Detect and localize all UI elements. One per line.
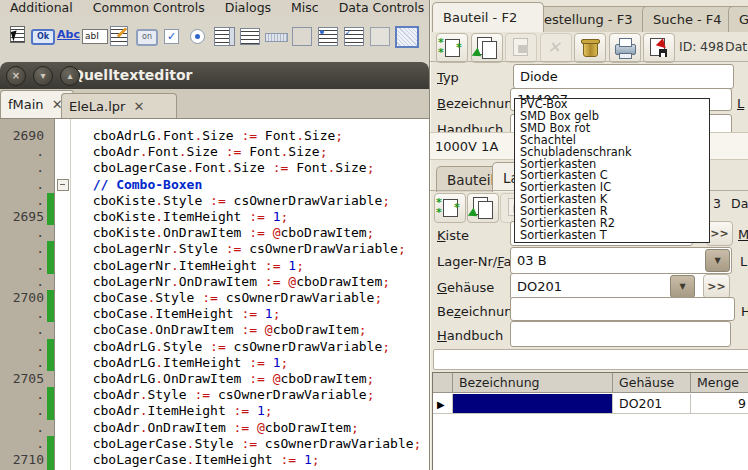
editor-tab-elela-lpr[interactable]: EleLa.lpr✕	[61, 93, 177, 118]
new-record-icon[interactable]: ***	[434, 193, 466, 223]
changed-line-marker	[47, 290, 54, 306]
gutter-line-number: .	[0, 160, 44, 176]
gehaeuse-label: Gehäuse	[437, 280, 494, 295]
checkbox-icon[interactable]: ✓	[160, 23, 183, 49]
kiste-dropdown-list[interactable]: PVC-BoxSMD Box gelbSMD Box rotSchachtelS…	[514, 98, 710, 243]
record-id-label: ID:	[679, 39, 697, 54]
changed-line-marker	[47, 436, 54, 452]
code-line: cboAdr.OnDrawItem := @cboDrawItem;	[77, 420, 359, 436]
typ-field[interactable]: Diode	[513, 64, 734, 89]
delete-record-icon[interactable]	[574, 33, 606, 63]
palette-tab-data-controls[interactable]: Data Controls	[329, 0, 430, 16]
app-tab-bauteil-f2[interactable]: Bauteil - F2	[432, 2, 544, 32]
inner-bezeichnung-field[interactable]	[510, 297, 735, 321]
code-line: cboLagerNr.ItemHeight := 1;	[77, 258, 304, 274]
listbox-icon[interactable]	[212, 23, 235, 49]
copy-record-icon	[472, 34, 502, 62]
kiste-label: Kiste	[437, 228, 469, 243]
code-line: cboLagerCase.Font.Size := Font.Size;	[77, 160, 374, 176]
code-line: cboLagerCase.ItemHeight := 1;	[77, 452, 320, 468]
dropdown-item[interactable]: Sortierkasten T	[515, 230, 709, 242]
frame-icon[interactable]	[394, 23, 417, 49]
notes-strip[interactable]	[433, 349, 748, 370]
grid-cell-gehaeuse[interactable]: DO201	[613, 394, 691, 414]
changed-line-marker	[47, 339, 54, 355]
app-tab-label: Suche - F4	[653, 12, 722, 27]
gehaeuse-dropdown-arrow-icon[interactable]	[670, 275, 695, 298]
palette-tab-dialogs[interactable]: Dialogs	[215, 0, 281, 16]
gehaeuse-value: DO201	[517, 279, 562, 294]
grid-header-Bezeichnung[interactable]: Bezeichnung	[453, 373, 613, 393]
print-icon	[610, 34, 640, 62]
palette-tab-common-controls[interactable]: Common Controls	[83, 0, 215, 16]
togglebox-icon[interactable]: on	[134, 23, 157, 49]
code-line: cboAdrLG.OnDrawItem := @cboDrawItem;	[77, 371, 374, 387]
source-editor[interactable]: 2690 cboAdrLG.Font.Size := Font.Size;. c…	[0, 118, 429, 470]
maximize-icon[interactable]: ▴	[60, 66, 80, 86]
app-tabbar: Bauteil - F2Bestellung - F3Suche - F4Geh…	[430, 0, 748, 31]
minimize-icon[interactable]: ▾	[33, 66, 53, 86]
export-icon[interactable]	[643, 33, 675, 63]
groupbox-icon[interactable]	[290, 23, 313, 49]
lagernr-dropdown-arrow-icon[interactable]	[705, 249, 730, 272]
code-line: cboCase.Style := csOwnerDrawVariable;	[77, 290, 382, 306]
code-fold-icon[interactable]	[57, 179, 69, 191]
gutter-line-number: 2705	[0, 371, 44, 387]
print-icon[interactable]	[609, 33, 641, 63]
editor-titlebar[interactable]: Quelltexteditor ×▾▴	[0, 62, 429, 90]
gutter-line-number: .	[0, 403, 44, 419]
app-tab-geh-[interactable]: Gehä	[728, 6, 748, 32]
changed-line-marker	[47, 355, 54, 371]
palette-tab-additional[interactable]: Additional	[0, 0, 83, 16]
delete-record-icon	[575, 34, 605, 62]
code-line: cboKiste.OnDrawItem := @cboDrawItem;	[77, 225, 374, 241]
grid-header-Gehäuse[interactable]: Gehäuse	[613, 373, 691, 393]
grid-cell-bezeichnung[interactable]	[453, 394, 613, 414]
label-icon[interactable]: Abc	[56, 23, 79, 49]
changed-line-marker	[47, 387, 54, 403]
lager-label-fragment: L	[737, 96, 744, 111]
close-icon[interactable]: ×	[6, 66, 26, 86]
screen: AdditionalCommon ControlsDialogsMiscData…	[0, 0, 748, 470]
select-tool-icon[interactable]	[4, 23, 27, 49]
save-record-icon	[505, 33, 537, 63]
code-line: cboLagerNr.OnDrawItem := @cboDrawItem;	[77, 274, 390, 290]
copy-record-icon	[468, 194, 498, 222]
edit-icon[interactable]: abI	[82, 23, 105, 49]
code-area[interactable]: 2690 cboAdrLG.Font.Size := Font.Size;. c…	[0, 119, 429, 470]
grid-header-Menge[interactable]: Menge	[691, 373, 748, 393]
new-record-icon[interactable]: ***	[436, 33, 468, 63]
gutter-line-number: 2700	[0, 290, 44, 306]
checkgroup-icon[interactable]: ✓	[342, 23, 365, 49]
inner-handbuch-label: Handbuch	[437, 328, 503, 343]
memo-icon[interactable]	[108, 23, 131, 49]
radiogroup-icon[interactable]	[316, 23, 339, 49]
gutter-line-number: .	[0, 177, 44, 193]
parts-grid[interactable]: BezeichnungGehäuseMengeDO2019	[432, 372, 748, 470]
editor-tabbar: fMain✕EleLa.lpr✕	[0, 89, 429, 118]
gutter-line-number: .	[0, 144, 44, 160]
panel-icon[interactable]	[368, 23, 391, 49]
gutter-line-number: 2710	[0, 452, 44, 468]
radiobutton-icon[interactable]	[186, 23, 209, 49]
grid-cell-menge[interactable]: 9	[691, 394, 748, 414]
close-tab-icon[interactable]: ✕	[133, 99, 144, 114]
kiste-more-button[interactable]: >>	[706, 221, 733, 246]
lagernr-combobox[interactable]: 03 B	[510, 247, 732, 274]
palette-tab-misc[interactable]: Misc	[281, 0, 329, 16]
scrollbar-icon[interactable]	[264, 23, 287, 49]
grid-header-marker[interactable]	[433, 373, 453, 393]
code-line: cboAdrLG.ItemHeight := 1;	[77, 355, 288, 371]
button-icon[interactable]: Ok	[30, 23, 53, 49]
cancel-record-icon: ×	[541, 34, 571, 62]
gehaeuse-more-button[interactable]: >>	[703, 274, 730, 299]
inner-tab-label: Bauteil	[447, 172, 494, 188]
inner-handbuch-field[interactable]	[510, 321, 731, 347]
app-tab-label: Bestellung - F3	[535, 12, 632, 27]
app-tab-label: Bauteil - F2	[443, 10, 517, 25]
gutter-line-number: .	[0, 258, 44, 274]
code-line: cboAdrLG.Style := csOwnerDrawVariable;	[77, 339, 390, 355]
combobox-icon[interactable]	[238, 23, 261, 49]
copy-record-icon[interactable]	[471, 33, 503, 63]
copy-record-icon[interactable]	[467, 193, 499, 223]
